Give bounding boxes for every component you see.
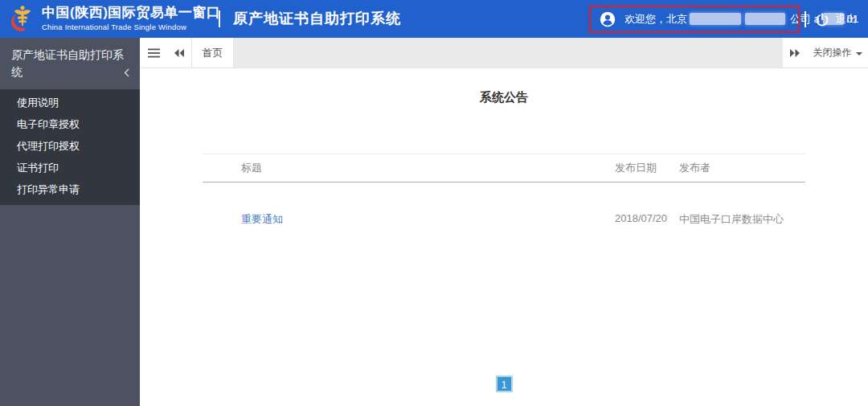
chevron-left-icon	[124, 68, 129, 77]
redacted-company-name-2	[745, 13, 785, 25]
brand-subtitle: China International Trade Single Window	[42, 23, 220, 31]
hamburger-icon	[148, 48, 160, 58]
caret-down-icon	[856, 52, 862, 55]
redacted-company-name-1	[690, 13, 741, 25]
title-divider	[219, 10, 220, 27]
close-operations-dropdown[interactable]: 关闭操作	[807, 38, 868, 68]
sidebar-item-agent-print-authorization[interactable]: 代理打印授权	[0, 135, 140, 157]
scroll-tabs-right-button[interactable]	[783, 38, 807, 68]
sidebar-root-menu[interactable]: 原产地证书自助打印系统	[0, 38, 140, 89]
announcement-table: 标题 发布日期 发布者 重要通知 2018/07/20 中国电子口岸数据中心	[203, 154, 805, 227]
table-row: 重要通知 2018/07/20 中国电子口岸数据中心	[203, 182, 805, 227]
tab-toolbar: 首页 关闭操作	[140, 38, 868, 68]
tab-strip-filler	[234, 38, 783, 68]
column-header-publisher: 发布者	[679, 161, 805, 175]
announcement-publisher: 中国电子口岸数据中心	[679, 212, 805, 227]
logout-label: 退出	[836, 12, 857, 27]
sidebar: 原产地证书自助打印系统 使用说明 电子印章授权 代理打印授权 证书打印 打印异常…	[0, 38, 140, 406]
sidebar-item-print-exception-request[interactable]: 打印异常申请	[0, 178, 140, 200]
logout-button[interactable]: 退出	[815, 0, 857, 38]
welcome-text-prefix: 欢迎您，北京	[624, 12, 687, 27]
brand-title: 中国(陕西)国际贸易单一窗口	[42, 5, 220, 21]
pagination: 1	[140, 375, 868, 392]
table-header-row: 标题 发布日期 发布者	[203, 154, 805, 182]
power-icon	[815, 11, 829, 27]
close-operations-label: 关闭操作	[813, 46, 852, 59]
double-chevron-left-icon	[174, 48, 185, 58]
column-header-title: 标题	[203, 161, 615, 175]
sidebar-item-usage-instructions[interactable]: 使用说明	[0, 92, 140, 113]
user-avatar-icon	[600, 11, 616, 27]
page-title: 系统公告	[140, 68, 868, 105]
scroll-tabs-left-button[interactable]	[167, 38, 191, 68]
tab-home[interactable]: 首页	[191, 38, 234, 68]
double-chevron-right-icon	[789, 48, 800, 58]
customs-emblem-logo-icon	[8, 4, 37, 34]
column-header-publish-date: 发布日期	[615, 161, 679, 175]
sidebar-title: 原产地证书自助打印系统	[11, 47, 124, 80]
system-title: 原产地证书自助打印系统	[233, 9, 401, 28]
pagination-page-1-button[interactable]: 1	[496, 375, 513, 392]
main-content: 系统公告 标题 发布日期 发布者 重要通知 2018/07/20 中国电子口岸数…	[140, 68, 868, 406]
sidebar-item-certificate-print[interactable]: 证书打印	[0, 157, 140, 178]
top-header-bar: 中国(陕西)国际贸易单一窗口 China International Trade…	[0, 0, 868, 38]
sidebar-item-eseal-authorization[interactable]: 电子印章授权	[0, 113, 140, 135]
sidebar-submenu: 使用说明 电子印章授权 代理打印授权 证书打印 打印异常申请	[0, 89, 140, 205]
header-divider	[805, 11, 806, 27]
brand-block: 中国(陕西)国际贸易单一窗口 China International Trade…	[42, 5, 220, 31]
announcement-date: 2018/07/20	[615, 212, 679, 227]
announcement-link[interactable]: 重要通知	[241, 213, 283, 225]
sidebar-toggle-button[interactable]	[140, 38, 167, 68]
